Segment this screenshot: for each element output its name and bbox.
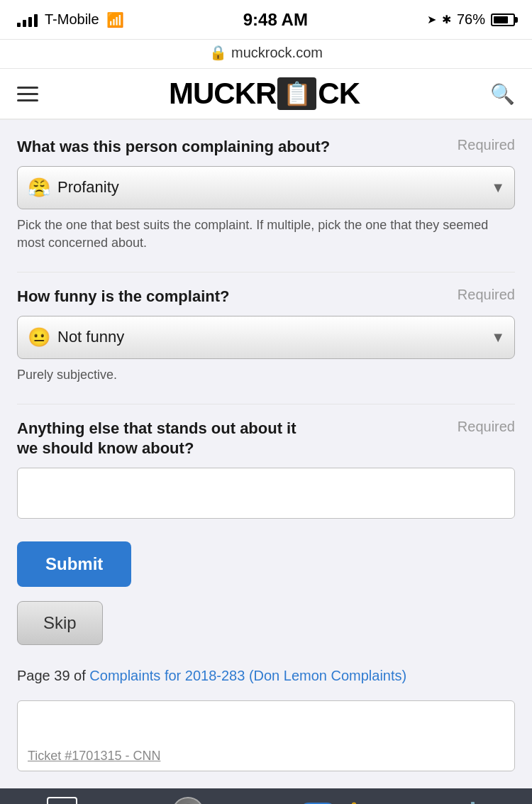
question1-required: Required — [458, 137, 515, 153]
url-text: muckrock.com — [231, 45, 323, 61]
question1-section: What was this person complaining about? … — [17, 137, 515, 252]
hamburger-line-1 — [17, 87, 38, 89]
question2-section: How funny is the complaint? Required 😐 N… — [17, 287, 515, 384]
question3-header: Anything else that stands out about it w… — [17, 419, 515, 459]
page-info-prefix: Page 39 of — [17, 668, 86, 683]
gear-icon: ⚙️ — [460, 801, 485, 804]
question1-label: What was this person complaining about? — [17, 137, 450, 158]
complaint-value: Profanity — [57, 178, 119, 197]
carrier-name: T-Mobile — [45, 11, 99, 28]
question3-required: Required — [458, 419, 515, 435]
page-info: Page 39 of Complaints for 2018-283 (Don … — [17, 665, 515, 686]
search-button[interactable]: 🔍 — [490, 82, 515, 106]
question3-label: Anything else that stands out about it w… — [17, 419, 315, 459]
funniness-value: Not funny — [57, 328, 124, 346]
question2-hint: Purely subjective. — [17, 366, 515, 384]
bell-icon: 🔔 — [341, 801, 366, 804]
bottom-nav: ⊞ 🥷 454 🔔 ⚙️ — [0, 788, 532, 804]
wifi-icon: 📶 — [106, 11, 124, 28]
signal-bars-icon — [17, 13, 38, 27]
avatar-button[interactable]: 🥷 — [157, 790, 218, 804]
battery-percent: 76% — [457, 11, 485, 28]
notifications-button[interactable]: 454 🔔 — [284, 794, 380, 804]
phone-frame: T-Mobile 📶 9:48 AM ➤ ✱ 76% 🔒 muckrock.co… — [0, 0, 532, 804]
question3-section: Anything else that stands out about it w… — [17, 419, 515, 522]
question1-header: What was this person complaining about? … — [17, 137, 515, 158]
question2-required: Required — [458, 287, 515, 303]
add-button[interactable]: ⊞ — [33, 790, 92, 804]
lock-icon: 🔒 — [209, 44, 227, 61]
logo-part1: MUCKR — [169, 77, 276, 111]
question2-label: How funny is the complaint? — [17, 287, 450, 307]
status-bar: T-Mobile 📶 9:48 AM ➤ ✱ 76% — [0, 0, 532, 40]
question1-hint: Pick the one that best suits the complai… — [17, 216, 515, 252]
skip-button[interactable]: Skip — [17, 601, 103, 645]
complaint-type-select[interactable]: 😤 Profanity ▼ — [17, 166, 515, 209]
funniness-display[interactable]: 😐 Not funny — [17, 316, 515, 359]
status-left: T-Mobile 📶 — [17, 11, 124, 28]
add-icon: ⊞ — [47, 797, 77, 804]
url-display: 🔒 muckrock.com — [14, 44, 518, 61]
hamburger-line-2 — [17, 93, 38, 95]
question2-header: How funny is the complaint? Required — [17, 287, 515, 307]
battery-icon — [491, 13, 515, 26]
submit-button[interactable]: Submit — [17, 541, 131, 587]
menu-button[interactable] — [17, 87, 38, 101]
document-preview-text: Ticket #1701315 - CNN — [28, 749, 160, 764]
address-bar[interactable]: 🔒 muckrock.com — [0, 40, 532, 69]
main-content: What was this person complaining about? … — [0, 120, 532, 788]
document-preview: Ticket #1701315 - CNN — [17, 700, 515, 771]
settings-button[interactable]: ⚙️ — [446, 794, 499, 804]
bluetooth-icon: ✱ — [442, 13, 451, 26]
site-logo: MUCKR 📋 CK — [169, 77, 360, 111]
divider-2 — [17, 404, 515, 404]
location-icon: ➤ — [427, 13, 436, 26]
funniness-select[interactable]: 😐 Not funny ▼ — [17, 316, 515, 359]
status-right: ➤ ✱ 76% — [427, 11, 515, 28]
avatar-image: 🥷 — [173, 798, 203, 804]
funniness-emoji: 😐 — [28, 326, 50, 348]
complaint-emoji: 😤 — [28, 177, 50, 199]
logo-part2: CK — [318, 77, 360, 111]
additional-info-input[interactable] — [17, 468, 515, 519]
user-avatar: 🥷 — [172, 797, 204, 804]
complaints-link[interactable]: Complaints for 2018-283 (Don Lemon Compl… — [89, 668, 406, 683]
hamburger-line-3 — [17, 99, 38, 101]
nav-bar: MUCKR 📋 CK 🔍 — [0, 69, 532, 120]
divider-1 — [17, 272, 515, 272]
logo-clipboard-icon: 📋 — [277, 77, 316, 110]
status-time: 9:48 AM — [243, 10, 308, 30]
complaint-type-display[interactable]: 😤 Profanity — [17, 166, 515, 209]
